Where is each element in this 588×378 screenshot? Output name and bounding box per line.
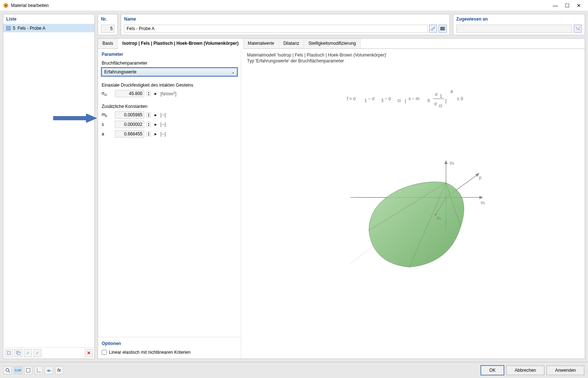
- svg-rect-5: [440, 27, 442, 30]
- tab-isotrop[interactable]: Isotrop | Fels | Plastisch | Hoek-Brown …: [118, 39, 243, 49]
- nr-label: Nr.: [101, 17, 115, 22]
- sigma-ci-symbol: σci: [102, 91, 113, 97]
- app-icon: [3, 3, 9, 8]
- bfp-dropdown[interactable]: Erfahrungswerte: [102, 68, 237, 76]
- list-panel: Liste 5 Fels - Probe A ✓ ✓ ✕: [3, 14, 95, 359]
- mb-input[interactable]: [115, 111, 144, 119]
- library-button[interactable]: [439, 25, 447, 33]
- svg-text:ci: ci: [439, 103, 442, 108]
- bfp-value: Erfahrungswerte: [104, 69, 137, 74]
- svg-point-41: [47, 370, 51, 372]
- assigned-input[interactable]: [456, 25, 572, 33]
- a-symbol: a: [102, 131, 113, 137]
- name-input[interactable]: [124, 25, 428, 33]
- bfp-label: Bruchflächenparameter: [102, 61, 237, 66]
- linear-elastic-checkbox[interactable]: [102, 350, 107, 355]
- mb-symbol: mb: [102, 112, 113, 118]
- new-button[interactable]: [5, 349, 13, 357]
- svg-point-1: [5, 5, 7, 6]
- sigma-ci-unit: [N/mm2]: [160, 91, 177, 97]
- a-input[interactable]: [115, 130, 144, 138]
- color-button[interactable]: [24, 366, 32, 374]
- sigma-ci-spinner[interactable]: ▲▼: [146, 91, 151, 96]
- svg-rect-38: [26, 368, 30, 372]
- tab-dilatanz[interactable]: Dilatanz: [279, 39, 304, 48]
- parameter-title: Parameter: [102, 52, 237, 57]
- a-menu-button[interactable]: ▶: [153, 131, 158, 137]
- cancel-button[interactable]: Abbrechen: [506, 366, 544, 375]
- svg-text:σ₁: σ₁: [437, 215, 441, 221]
- titlebar: Material bearbeiten — ☐ ✕: [0, 0, 588, 11]
- yield-surface-diagram: σ₃ σ₂ p: [247, 157, 579, 278]
- svg-text:≤  0: ≤ 0: [457, 96, 463, 101]
- s-symbol: s: [102, 122, 113, 127]
- tab-materialwerte[interactable]: Materialwerte: [243, 39, 279, 48]
- edit-name-button[interactable]: [429, 25, 437, 33]
- svg-text:σ₂: σ₂: [481, 200, 485, 205]
- svg-text:− σ: − σ: [385, 96, 391, 101]
- list-header: Liste: [3, 14, 94, 24]
- tab-basis[interactable]: Basis: [98, 39, 118, 48]
- svg-text:b: b: [428, 98, 430, 103]
- svg-rect-2: [7, 352, 10, 355]
- s-unit: [--]: [160, 122, 166, 127]
- apply-button[interactable]: Anwenden: [547, 366, 584, 375]
- svg-text:σ: σ: [435, 92, 438, 97]
- pick-assign-button[interactable]: [574, 25, 582, 33]
- ok-button[interactable]: OK: [481, 366, 504, 375]
- list-item-num: 5: [13, 26, 15, 31]
- svg-text:1: 1: [364, 98, 367, 103]
- material-list[interactable]: 5 Fels - Probe A: [3, 24, 94, 347]
- tab-steifigkeit[interactable]: Steifigkeitsmodifizierung: [304, 39, 360, 48]
- list-item[interactable]: 5 Fels - Probe A: [3, 24, 94, 32]
- svg-text:σ: σ: [434, 101, 437, 106]
- name-box: Name: [121, 14, 450, 35]
- options-title: Optionen: [102, 341, 237, 346]
- svg-line-37: [8, 371, 10, 372]
- svg-text:ci: ci: [398, 98, 401, 103]
- minimize-button[interactable]: —: [553, 3, 558, 8]
- linear-elastic-label: Linear elastisch mit nichtlinearen Krite…: [109, 350, 190, 355]
- nr-input[interactable]: [101, 25, 115, 33]
- s-menu-button[interactable]: ▶: [153, 122, 158, 127]
- check1-button[interactable]: ✓: [24, 349, 32, 357]
- svg-text:1: 1: [440, 94, 442, 99]
- mb-menu-button[interactable]: ▶: [153, 112, 158, 117]
- formula-display: f = σ 1 − σ 3 − σ ci [ s − m b σ 1: [247, 86, 579, 113]
- svg-text:a: a: [450, 89, 453, 94]
- svg-text:3: 3: [381, 98, 384, 103]
- mb-spinner[interactable]: ▲▼: [146, 112, 151, 117]
- svg-text:p: p: [479, 175, 482, 180]
- units-button[interactable]: 0,00: [14, 366, 22, 374]
- mb-unit: [--]: [160, 112, 166, 117]
- svg-point-36: [6, 368, 9, 371]
- tab-bar: Basis Isotrop | Fels | Plastisch | Hoek-…: [98, 39, 585, 49]
- window-title: Material bearbeiten: [11, 3, 553, 8]
- svg-rect-4: [18, 352, 20, 355]
- nr-box: Nr.: [98, 14, 118, 35]
- s-spinner[interactable]: ▲▼: [146, 122, 151, 127]
- name-label: Name: [124, 17, 447, 22]
- sigma-ci-menu-button[interactable]: ▶: [153, 91, 158, 96]
- list-item-name: Fels - Probe A: [18, 26, 46, 31]
- s-input[interactable]: [115, 121, 144, 128]
- const-label: Zusätzliche Konstanten: [102, 104, 237, 109]
- svg-rect-6: [442, 27, 444, 30]
- svg-text:[: [: [405, 98, 406, 103]
- fx-button[interactable]: fx: [55, 366, 63, 374]
- copy-button[interactable]: [14, 349, 22, 357]
- svg-text:f = σ: f = σ: [347, 96, 356, 101]
- check2-button[interactable]: ✓: [33, 349, 41, 357]
- svg-rect-7: [444, 27, 445, 30]
- search-button[interactable]: [4, 366, 12, 374]
- cloud-button[interactable]: [45, 366, 53, 374]
- close-button[interactable]: ✕: [576, 3, 581, 8]
- maximize-button[interactable]: ☐: [565, 3, 570, 8]
- info-line-1: Materialmodell 'Isotrop | Fels | Plastis…: [247, 52, 579, 58]
- sigma-ci-input[interactable]: [115, 90, 144, 97]
- a-spinner[interactable]: ▲▼: [146, 131, 151, 137]
- axis-button[interactable]: [35, 366, 43, 374]
- assigned-box: Zugewiesen an: [453, 14, 585, 35]
- delete-button[interactable]: ✕: [85, 349, 93, 357]
- material-swatch-icon: [6, 26, 11, 30]
